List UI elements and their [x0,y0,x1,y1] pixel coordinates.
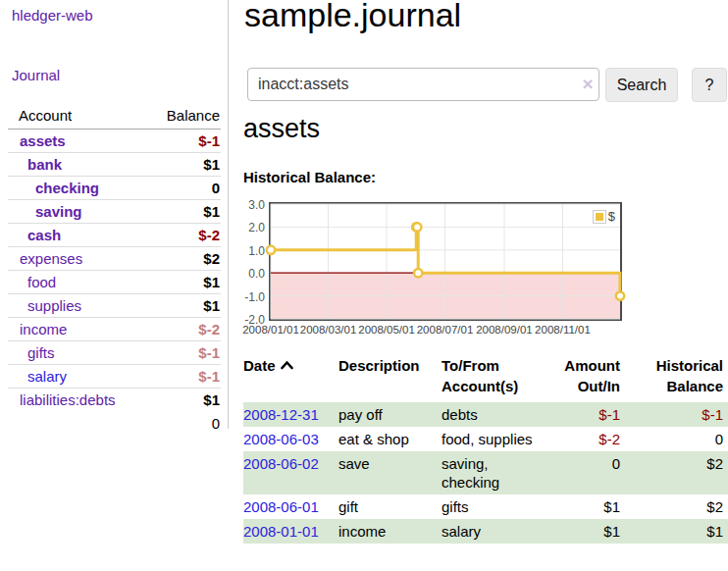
account-row: cash$-2 [8,224,221,247]
register-table: Date Description To/From Account(s) Amou… [243,353,728,544]
account-link[interactable]: expenses [20,250,82,267]
account-balance: $-1 [140,341,221,365]
register-row: 2008-06-01giftgifts$1$2 [243,494,728,519]
accounts-total-row: 0 [8,411,221,436]
y-tick-label: 0.0 [248,267,265,281]
account-balance: $-1 [140,365,221,389]
transaction-amount: 0 [554,451,630,494]
transaction-amount: $-1 [554,402,630,427]
account-link[interactable]: gifts [27,344,55,361]
account-row: saving$1 [8,200,221,224]
accounts-total-value: 0 [140,411,221,436]
register-tbody: 2008-12-31pay offdebts$-1$-12008-06-03ea… [243,402,728,544]
brand-link[interactable]: hledger-web [0,0,228,24]
register-col-description: Description [338,353,442,402]
historical-balance-label: Historical Balance: [243,169,376,185]
chart-plot-area: $ [269,202,622,321]
accounts-col-account: Account [8,104,140,130]
account-balance: $1 [140,389,221,412]
transaction-accounts: salary [442,519,554,544]
account-link[interactable]: supplies [27,297,81,314]
page-title: sample.journal [244,0,461,34]
account-link[interactable]: checking [35,180,99,196]
account-balance: 0 [140,177,221,200]
transaction-accounts: saving, checking [442,451,554,494]
register-row: 2008-01-01incomesalary$1$1 [243,519,728,544]
transaction-balance: $-1 [630,402,728,427]
account-link[interactable]: assets [20,132,66,149]
transaction-balance: 0 [630,427,728,451]
transaction-accounts: food, supplies [442,427,554,451]
transaction-date-link[interactable]: 2008-06-01 [243,498,319,515]
account-link[interactable]: cash [27,227,61,243]
account-link[interactable]: salary [27,368,67,385]
transaction-description: eat & shop [338,427,442,451]
account-row: salary$-1 [8,365,221,389]
transaction-balance: $1 [630,519,728,544]
legend-label: $ [608,209,615,224]
chart-canvas [271,204,620,319]
account-balance: $1 [140,294,221,318]
accounts-table: Account Balance assets$-1bank$1checking0… [8,104,221,436]
transaction-description: save [338,451,442,494]
transaction-accounts: gifts [442,494,554,519]
search-button[interactable]: Search [605,68,678,102]
register-row: 2008-12-31pay offdebts$-1$-1 [243,402,728,427]
transaction-balance: $2 [630,494,728,519]
y-tick-label: -1.0 [244,290,265,304]
account-balance: $1 [140,271,221,294]
account-link[interactable]: saving [35,203,82,220]
account-balance: $1 [140,200,221,224]
search-input[interactable] [247,68,599,101]
transaction-date-link[interactable]: 2008-01-01 [243,523,319,540]
account-balance: $-1 [140,130,221,153]
account-row: expenses$2 [8,247,221,271]
y-tick-label: 2.0 [248,221,265,234]
main-content: sample.journal × Search ? assets Histori… [243,0,728,571]
clear-search-icon[interactable]: × [579,73,597,96]
register-col-date[interactable]: Date [243,353,338,402]
accounts-tbody: assets$-1bank$1checking0saving$1cash$-2e… [8,130,221,412]
help-button[interactable]: ? [692,68,727,102]
y-tick-label: 3.0 [248,198,265,212]
account-row: income$-2 [8,318,221,341]
x-tick-label: 2008/03/01 [300,324,357,336]
transaction-date-link[interactable]: 2008-06-02 [243,455,319,472]
register-col-accounts: To/From Account(s) [442,353,554,402]
x-tick-label: 2008/11/01 [535,324,591,336]
account-link[interactable]: liabilities:debts [20,391,116,408]
account-link[interactable]: income [20,321,67,337]
legend-swatch-fill [596,213,603,221]
transaction-balance: $2 [630,451,728,494]
register-header-row: Date Description To/From Account(s) Amou… [243,353,728,402]
sort-ascending-icon [281,355,293,376]
register-col-balance: Historical Balance [630,353,728,402]
legend-swatch [593,210,606,224]
account-link[interactable]: food [27,274,56,290]
x-tick-label: 2008/01/01 [242,324,299,336]
sidebar-item-journal[interactable]: Journal [0,67,228,83]
transaction-amount: $-2 [554,427,630,451]
account-row: food$1 [8,271,221,294]
search-form: × Search ? [247,68,728,103]
transaction-description: pay off [338,402,442,427]
account-balance: $-2 [140,318,221,341]
account-row: gifts$-1 [8,341,221,365]
account-balance: $1 [140,153,221,177]
accounts-col-balance: Balance [140,104,221,130]
transaction-date-link[interactable]: 2008-06-03 [243,431,319,447]
chart-x-axis-labels: 2008/01/012008/03/012008/05/012008/07/01… [271,324,620,339]
historical-balance-chart: 3.02.01.00.0-1.0-2.0 $ 2008/01/012008/03… [243,199,728,341]
account-row: assets$-1 [8,130,221,153]
x-tick-label: 2008/05/01 [358,324,415,336]
account-link[interactable]: bank [27,156,62,173]
transaction-date-link[interactable]: 2008-12-31 [243,406,319,423]
sidebar: hledger-web Journal Account Balance asse… [0,0,229,429]
chart-legend: $ [592,208,616,225]
transaction-amount: $1 [554,494,630,519]
transaction-amount: $1 [554,519,630,544]
transaction-description: gift [338,494,442,519]
account-row: liabilities:debts$1 [8,389,221,412]
transaction-accounts: debts [442,402,554,427]
x-tick-label: 2008/07/01 [417,324,474,336]
